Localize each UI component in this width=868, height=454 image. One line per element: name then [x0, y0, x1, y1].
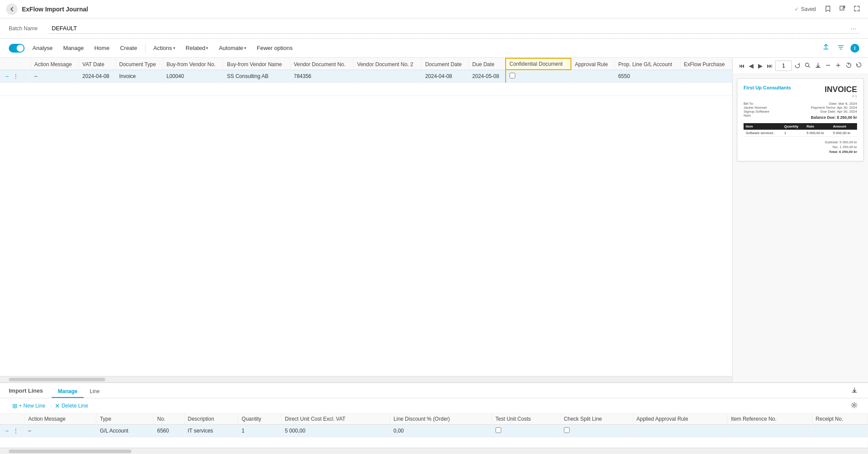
related-button[interactable]: Related ▾: [181, 43, 213, 53]
cell-vendor-doc-no2: [354, 70, 422, 82]
svg-rect-0: [840, 6, 844, 10]
nav-next-button[interactable]: ▶: [756, 61, 765, 70]
main-scrollbar[interactable]: [0, 376, 732, 382]
create-button[interactable]: Create: [116, 43, 142, 53]
toggle-knob: [17, 45, 24, 52]
th-due-date: Due Date: [468, 58, 505, 70]
right-panel: ⏮ ◀ ▶ ⏭: [732, 58, 868, 382]
inv-tax: Tax: 1 250,00 kr: [744, 145, 857, 149]
lines-test-unit-costs: [492, 425, 560, 437]
filter-icon-button[interactable]: [836, 43, 846, 53]
th-doc-type: Document Type: [116, 58, 163, 70]
th-buy-from-name: Buy-from Vendor Name: [223, 58, 290, 70]
manage-button[interactable]: Manage: [59, 43, 88, 53]
cell-vat-date: 2024-04-08: [79, 70, 116, 82]
bottom-scroll-thumb: [9, 450, 131, 453]
batch-name-input[interactable]: [49, 23, 859, 34]
home-button[interactable]: Home: [90, 43, 114, 53]
invoice-title-block: INVOICE # 1: [825, 85, 857, 98]
info-icon-button[interactable]: i: [850, 44, 859, 53]
page-number-input[interactable]: [775, 60, 792, 71]
th-approval-rule: Approval Rule: [571, 58, 614, 70]
cell-due-date: 2024-05-08: [468, 70, 505, 82]
th-exflow-purchase: ExFlow Purchase: [680, 58, 732, 70]
invoice-meta: Bill To: Jackie Norman Signup Software N…: [744, 102, 857, 120]
batch-more-icon[interactable]: ···: [851, 25, 857, 33]
panel-undo-icon[interactable]: [854, 61, 864, 71]
share-icon-button[interactable]: [821, 43, 831, 53]
automate-button[interactable]: Automate ▾: [214, 43, 251, 53]
nav-last-button[interactable]: ⏭: [765, 61, 775, 70]
nav-prev-button[interactable]: ◀: [747, 61, 755, 70]
lth-item-ref-no: Item Reference No.: [727, 414, 812, 425]
lth-type: Type: [96, 414, 153, 425]
th-doc-date: Document Date: [422, 58, 468, 70]
batch-label: Batch Name: [9, 25, 44, 32]
main-area: Action Message VAT Date Document Type Bu…: [0, 58, 868, 382]
lth-check-split-line: Check Split Line: [560, 414, 633, 425]
delete-line-label: Delete Line: [61, 403, 88, 409]
bottom-scrollbar[interactable]: [0, 448, 868, 454]
th-selector: [0, 58, 31, 70]
analyse-button[interactable]: Analyse: [28, 43, 57, 53]
actions-button[interactable]: Actions ▾: [149, 43, 180, 53]
lines-type: G/L Account: [96, 425, 153, 437]
lth-no: No.: [153, 414, 184, 425]
table-row: → ⋮ – 2024-04-08 Invoice L00040 SS Consu…: [0, 70, 732, 82]
lines-row-arrow: → ⋮: [0, 425, 25, 437]
bookmark-button[interactable]: [823, 4, 833, 14]
automate-chevron-icon: ▾: [244, 46, 246, 50]
lth-receipt-no: Receipt No.: [812, 414, 868, 425]
svg-point-2: [854, 404, 855, 406]
top-bar: ExFlow Import Journal ✓ Saved: [0, 0, 868, 18]
confidential-checkbox[interactable]: [510, 73, 515, 78]
lines-table-wrapper: Action Message Type No. Description Quan…: [0, 414, 868, 448]
lines-row-menu-button[interactable]: ⋮: [11, 427, 21, 435]
lines-header-row: Action Message Type No. Description Quan…: [0, 414, 868, 425]
lth-selector: [0, 414, 25, 425]
new-line-button[interactable]: ⊞ + New Line: [9, 401, 49, 411]
check-split-line-checkbox[interactable]: [564, 427, 570, 433]
panel-rotate-icon[interactable]: [844, 61, 854, 71]
batch-input-wrapper: ···: [49, 23, 859, 34]
delete-line-button[interactable]: ✕ Delete Line: [51, 401, 92, 411]
cell-confidential: [506, 70, 571, 82]
back-button[interactable]: [6, 4, 18, 15]
inv-th-item: Item: [744, 123, 782, 130]
invoice-totals: Subtotal: 5 000,00 kr Tax: 1 250,00 kr T…: [744, 140, 857, 154]
bottom-section: Import Lines Manage Line ⊞ + New Line ✕ …: [0, 382, 868, 454]
tab-line[interactable]: Line: [84, 386, 106, 398]
related-chevron-icon: ▾: [206, 46, 208, 50]
inv-th-rate: Rate: [804, 123, 831, 130]
fewer-options-button[interactable]: Fewer options: [252, 43, 297, 53]
lines-settings-button[interactable]: [849, 401, 859, 411]
cell-vendor-doc-no: 784356: [290, 70, 354, 82]
toolbar-divider: [145, 43, 145, 53]
expand-button[interactable]: [852, 4, 862, 14]
th-vendor-doc-no2: Vendor Document No. 2: [354, 58, 422, 70]
nav-first-button[interactable]: ⏮: [737, 61, 747, 70]
invoice-balance: Balance Due: $ 250,00 kr: [811, 115, 857, 120]
panel-refresh-icon[interactable]: [793, 61, 802, 71]
panel-zoom-out-icon[interactable]: [823, 61, 833, 71]
invoice-company-name: First Up Consultants: [744, 85, 791, 90]
app-container: ExFlow Import Journal ✓ Saved Batch Name…: [0, 0, 868, 454]
tab-manage[interactable]: Manage: [52, 386, 84, 398]
invoice-header: First Up Consultants INVOICE # 1: [744, 85, 857, 98]
table-area: Action Message VAT Date Document Type Bu…: [0, 58, 732, 382]
test-unit-costs-checkbox[interactable]: [496, 427, 501, 433]
data-table-wrapper: Action Message VAT Date Document Type Bu…: [0, 58, 732, 376]
row-menu-button[interactable]: ⋮: [11, 72, 21, 80]
import-share-button[interactable]: [850, 386, 859, 395]
lines-receipt-no: [812, 425, 868, 437]
toggle-switch[interactable]: [9, 44, 25, 53]
inv-item: Software services: [744, 130, 782, 137]
saved-indicator: ✓ Saved: [794, 6, 816, 12]
panel-search-icon[interactable]: [803, 61, 812, 71]
panel-download-icon[interactable]: [813, 61, 823, 71]
cell-prop-line: 6550: [614, 70, 680, 82]
open-new-button[interactable]: [837, 4, 847, 14]
panel-zoom-in-icon[interactable]: [833, 61, 843, 71]
inv-qty: 1: [782, 130, 804, 137]
th-vendor-doc-no: Vendor Document No.: [290, 58, 354, 70]
